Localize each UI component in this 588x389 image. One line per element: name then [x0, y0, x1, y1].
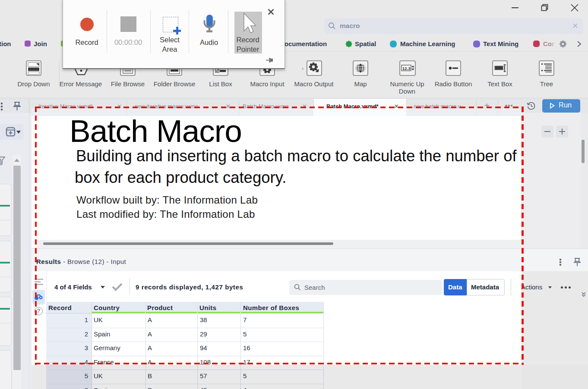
svg-text:12.3: 12.3 [402, 66, 411, 71]
